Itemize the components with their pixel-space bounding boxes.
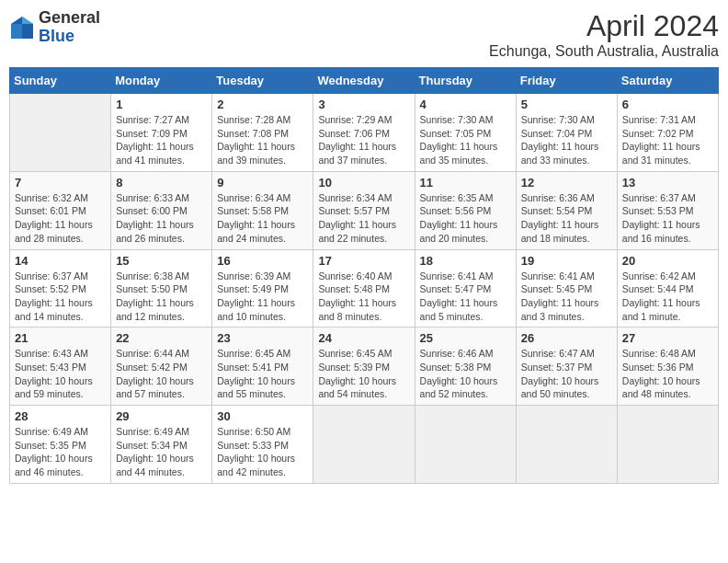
page-title: April 2024: [489, 9, 719, 43]
calendar-cell: 27Sunrise: 6:48 AMSunset: 5:36 PMDayligh…: [617, 327, 718, 406]
day-number: 17: [318, 254, 409, 268]
calendar-cell: 5Sunrise: 7:30 AMSunset: 7:04 PMDaylight…: [516, 94, 617, 172]
calendar-table: SundayMondayTuesdayWednesdayThursdayFrid…: [9, 67, 719, 484]
day-number: 23: [217, 331, 308, 345]
calendar-cell: 21Sunrise: 6:43 AMSunset: 5:43 PMDayligh…: [10, 327, 111, 406]
calendar-cell: 16Sunrise: 6:39 AMSunset: 5:49 PMDayligh…: [212, 249, 313, 327]
calendar-cell: 12Sunrise: 6:36 AMSunset: 5:54 PMDayligh…: [516, 171, 617, 249]
calendar-cell: 14Sunrise: 6:37 AMSunset: 5:52 PMDayligh…: [10, 249, 111, 327]
calendar-week-2: 7Sunrise: 6:32 AMSunset: 6:01 PMDaylight…: [10, 171, 719, 249]
calendar-cell: 7Sunrise: 6:32 AMSunset: 6:01 PMDaylight…: [10, 171, 111, 249]
day-number: 5: [521, 98, 612, 111]
calendar-cell: 9Sunrise: 6:34 AMSunset: 5:58 PMDaylight…: [212, 171, 313, 249]
day-number: 8: [116, 176, 207, 190]
svg-marker-1: [22, 17, 33, 24]
calendar-cell: 19Sunrise: 6:41 AMSunset: 5:45 PMDayligh…: [516, 249, 617, 327]
calendar-cell: 29Sunrise: 6:49 AMSunset: 5:34 PMDayligh…: [111, 406, 212, 484]
day-number: 26: [521, 331, 612, 345]
day-info: Sunrise: 6:43 AMSunset: 5:43 PMDaylight:…: [15, 347, 106, 401]
day-number: 9: [217, 176, 308, 190]
day-number: 16: [217, 254, 308, 268]
calendar-week-3: 14Sunrise: 6:37 AMSunset: 5:52 PMDayligh…: [10, 249, 719, 327]
calendar-cell: 30Sunrise: 6:50 AMSunset: 5:33 PMDayligh…: [212, 406, 313, 484]
logo-blue: Blue: [39, 28, 100, 46]
day-number: 27: [622, 331, 713, 345]
day-info: Sunrise: 6:37 AMSunset: 5:52 PMDaylight:…: [15, 270, 106, 324]
calendar-cell: [415, 406, 516, 484]
svg-marker-2: [22, 24, 33, 39]
day-number: 4: [420, 98, 511, 111]
day-info: Sunrise: 6:37 AMSunset: 5:53 PMDaylight:…: [622, 191, 713, 246]
day-number: 1: [116, 98, 207, 111]
header-friday: Friday: [516, 68, 617, 94]
calendar-cell: 10Sunrise: 6:34 AMSunset: 5:57 PMDayligh…: [313, 171, 415, 249]
logo-icon: [9, 15, 35, 40]
calendar-cell: 20Sunrise: 6:42 AMSunset: 5:44 PMDayligh…: [617, 249, 718, 327]
header-thursday: Thursday: [415, 68, 516, 94]
day-info: Sunrise: 6:40 AMSunset: 5:48 PMDaylight:…: [318, 270, 409, 324]
header-saturday: Saturday: [617, 68, 718, 94]
day-info: Sunrise: 6:34 AMSunset: 5:58 PMDaylight:…: [217, 191, 308, 246]
day-number: 29: [116, 409, 207, 423]
day-info: Sunrise: 7:31 AMSunset: 7:02 PMDaylight:…: [622, 113, 713, 167]
calendar-cell: 24Sunrise: 6:45 AMSunset: 5:39 PMDayligh…: [313, 327, 415, 406]
svg-marker-3: [11, 24, 22, 39]
day-number: 2: [217, 98, 308, 111]
calendar-cell: 11Sunrise: 6:35 AMSunset: 5:56 PMDayligh…: [415, 171, 516, 249]
day-number: 30: [217, 409, 308, 423]
calendar-cell: [516, 406, 617, 484]
logo-general: General: [39, 9, 100, 28]
calendar-cell: [10, 94, 111, 172]
logo: General Blue: [9, 9, 100, 46]
day-info: Sunrise: 6:45 AMSunset: 5:41 PMDaylight:…: [217, 347, 308, 401]
day-number: 22: [116, 331, 207, 345]
calendar-week-4: 21Sunrise: 6:43 AMSunset: 5:43 PMDayligh…: [10, 327, 719, 406]
day-info: Sunrise: 6:42 AMSunset: 5:44 PMDaylight:…: [622, 270, 713, 324]
day-info: Sunrise: 6:35 AMSunset: 5:56 PMDaylight:…: [420, 191, 511, 246]
day-number: 10: [318, 176, 409, 190]
day-info: Sunrise: 6:36 AMSunset: 5:54 PMDaylight:…: [521, 191, 612, 246]
calendar-cell: 22Sunrise: 6:44 AMSunset: 5:42 PMDayligh…: [111, 327, 212, 406]
calendar-cell: 26Sunrise: 6:47 AMSunset: 5:37 PMDayligh…: [516, 327, 617, 406]
day-number: 21: [15, 331, 106, 345]
day-info: Sunrise: 6:39 AMSunset: 5:49 PMDaylight:…: [217, 270, 308, 324]
day-number: 25: [420, 331, 511, 345]
calendar-cell: 23Sunrise: 6:45 AMSunset: 5:41 PMDayligh…: [212, 327, 313, 406]
day-number: 6: [622, 98, 713, 111]
day-info: Sunrise: 6:46 AMSunset: 5:38 PMDaylight:…: [420, 347, 511, 401]
day-info: Sunrise: 6:48 AMSunset: 5:36 PMDaylight:…: [622, 347, 713, 401]
day-info: Sunrise: 6:49 AMSunset: 5:35 PMDaylight:…: [15, 425, 106, 479]
day-number: 28: [15, 409, 106, 423]
calendar-week-1: 1Sunrise: 7:27 AMSunset: 7:09 PMDaylight…: [10, 94, 719, 172]
day-number: 20: [622, 254, 713, 268]
day-info: Sunrise: 6:45 AMSunset: 5:39 PMDaylight:…: [318, 347, 409, 401]
day-info: Sunrise: 6:33 AMSunset: 6:00 PMDaylight:…: [116, 191, 207, 246]
calendar-cell: 1Sunrise: 7:27 AMSunset: 7:09 PMDaylight…: [111, 94, 212, 172]
calendar-cell: 2Sunrise: 7:28 AMSunset: 7:08 PMDaylight…: [212, 94, 313, 172]
day-number: 19: [521, 254, 612, 268]
calendar-header-row: SundayMondayTuesdayWednesdayThursdayFrid…: [10, 68, 719, 94]
calendar-cell: 13Sunrise: 6:37 AMSunset: 5:53 PMDayligh…: [617, 171, 718, 249]
day-info: Sunrise: 6:41 AMSunset: 5:45 PMDaylight:…: [521, 270, 612, 324]
day-info: Sunrise: 7:27 AMSunset: 7:09 PMDaylight:…: [116, 113, 207, 167]
calendar-cell: 3Sunrise: 7:29 AMSunset: 7:06 PMDaylight…: [313, 94, 415, 172]
calendar-week-5: 28Sunrise: 6:49 AMSunset: 5:35 PMDayligh…: [10, 406, 719, 484]
day-info: Sunrise: 6:44 AMSunset: 5:42 PMDaylight:…: [116, 347, 207, 401]
day-number: 12: [521, 176, 612, 190]
header-wednesday: Wednesday: [313, 68, 415, 94]
day-info: Sunrise: 7:30 AMSunset: 7:04 PMDaylight:…: [521, 113, 612, 167]
calendar-cell: 4Sunrise: 7:30 AMSunset: 7:05 PMDaylight…: [415, 94, 516, 172]
day-info: Sunrise: 6:41 AMSunset: 5:47 PMDaylight:…: [420, 270, 511, 324]
day-info: Sunrise: 6:49 AMSunset: 5:34 PMDaylight:…: [116, 425, 207, 479]
day-info: Sunrise: 7:30 AMSunset: 7:05 PMDaylight:…: [420, 113, 511, 167]
calendar-cell: 28Sunrise: 6:49 AMSunset: 5:35 PMDayligh…: [10, 406, 111, 484]
day-info: Sunrise: 6:32 AMSunset: 6:01 PMDaylight:…: [15, 191, 106, 246]
header-tuesday: Tuesday: [212, 68, 313, 94]
calendar-cell: 18Sunrise: 6:41 AMSunset: 5:47 PMDayligh…: [415, 249, 516, 327]
logo-text: General Blue: [39, 9, 100, 46]
calendar-cell: [313, 406, 415, 484]
calendar-cell: 15Sunrise: 6:38 AMSunset: 5:50 PMDayligh…: [111, 249, 212, 327]
calendar-cell: [617, 406, 718, 484]
day-number: 13: [622, 176, 713, 190]
calendar-cell: 17Sunrise: 6:40 AMSunset: 5:48 PMDayligh…: [313, 249, 415, 327]
